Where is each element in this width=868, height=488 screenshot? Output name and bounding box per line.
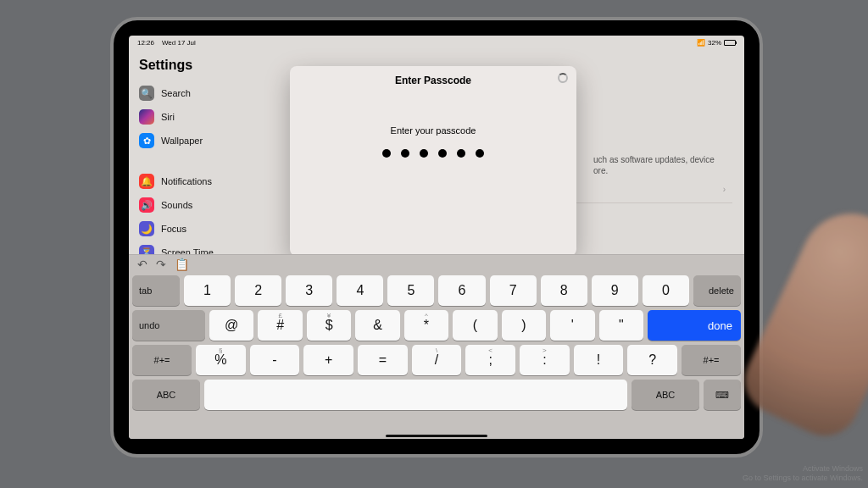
keyboard-toolbar: ↶ ↷ 📋 bbox=[129, 255, 744, 274]
key-bang[interactable]: ! bbox=[574, 345, 624, 375]
key-8[interactable]: 8 bbox=[541, 275, 587, 306]
modal-title: Enter Passcode bbox=[290, 75, 576, 86]
key-quote[interactable]: " bbox=[599, 310, 643, 341]
key-5[interactable]: 5 bbox=[387, 275, 434, 306]
sidebar-item-sounds[interactable]: 🔊 Sounds bbox=[134, 193, 291, 217]
windows-activation-watermark: Activate Windows Go to Settings to activ… bbox=[743, 464, 863, 483]
sidebar-item-siri[interactable]: Siri bbox=[134, 105, 291, 129]
focus-icon: 🌙 bbox=[139, 221, 154, 236]
sidebar-title: Settings bbox=[134, 54, 291, 81]
passcode-dot bbox=[382, 149, 391, 158]
key-delete[interactable]: delete bbox=[693, 275, 741, 306]
undo-icon[interactable]: ↶ bbox=[137, 258, 147, 271]
passcode-modal: Enter Passcode Enter your passcode bbox=[290, 66, 576, 256]
passcode-dot bbox=[457, 149, 465, 158]
key-6[interactable]: 6 bbox=[438, 275, 485, 306]
keyboard-dismiss-icon: ⌨ bbox=[715, 390, 729, 401]
key-star[interactable]: ^* bbox=[404, 310, 448, 341]
key-dollar[interactable]: ¥$ bbox=[307, 310, 351, 341]
key-at[interactable]: @ bbox=[209, 310, 253, 341]
key-slash[interactable]: \/ bbox=[412, 345, 462, 375]
home-indicator[interactable] bbox=[386, 435, 487, 437]
passcode-dot bbox=[401, 149, 409, 158]
modal-subtitle: Enter your passcode bbox=[290, 125, 576, 136]
key-hash[interactable]: £# bbox=[258, 310, 302, 341]
key-abc-left[interactable]: ABC bbox=[132, 380, 200, 410]
key-semicolon[interactable]: <; bbox=[465, 345, 515, 375]
search-icon: 🔍 bbox=[139, 86, 154, 101]
redo-icon[interactable]: ↷ bbox=[156, 258, 166, 271]
screen: 12:26 Wed 17 Jul 📶 32% Settings 🔍 Search bbox=[129, 36, 744, 439]
sidebar-item-label: Notifications bbox=[161, 176, 212, 186]
sidebar-item-label: Siri bbox=[161, 112, 175, 122]
passcode-dot bbox=[420, 149, 428, 158]
loading-spinner-icon bbox=[558, 73, 568, 83]
key-undo[interactable]: undo bbox=[132, 310, 205, 341]
sidebar-item-label: Focus bbox=[161, 224, 186, 234]
key-tab[interactable]: tab bbox=[132, 275, 180, 306]
key-space[interactable] bbox=[204, 380, 627, 410]
status-date: Wed 17 Jul bbox=[162, 39, 196, 47]
wallpaper-icon: ✿ bbox=[139, 133, 154, 148]
key-question[interactable]: ? bbox=[627, 345, 677, 375]
key-lparen[interactable]: ( bbox=[453, 310, 497, 341]
key-abc-right[interactable]: ABC bbox=[632, 380, 699, 410]
siri-icon bbox=[139, 109, 154, 125]
key-dismiss-keyboard[interactable]: ⌨ bbox=[704, 380, 741, 410]
passcode-dot bbox=[476, 149, 484, 158]
sidebar-item-wallpaper[interactable]: ✿ Wallpaper bbox=[134, 129, 291, 152]
key-2[interactable]: 2 bbox=[235, 275, 281, 306]
key-symbols-right[interactable]: #+= bbox=[682, 345, 741, 375]
ipad-frame: 12:26 Wed 17 Jul 📶 32% Settings 🔍 Search bbox=[110, 17, 763, 458]
sidebar-item-label: Wallpaper bbox=[161, 136, 203, 146]
battery-percent: 32% bbox=[708, 39, 721, 47]
key-equals[interactable]: = bbox=[358, 345, 408, 375]
onscreen-keyboard: ↶ ↷ 📋 tab 1 2 3 4 5 6 7 8 9 0 delete bbox=[129, 254, 744, 439]
sidebar-item-focus[interactable]: 🌙 Focus bbox=[134, 217, 291, 241]
key-minus[interactable]: - bbox=[250, 345, 300, 375]
status-right: 📶 32% bbox=[697, 39, 736, 47]
key-colon[interactable]: >: bbox=[520, 345, 570, 375]
sounds-icon: 🔊 bbox=[139, 197, 154, 213]
key-7[interactable]: 7 bbox=[490, 275, 537, 306]
key-9[interactable]: 9 bbox=[592, 275, 638, 306]
key-apos[interactable]: ' bbox=[550, 310, 594, 341]
clipboard-icon[interactable]: 📋 bbox=[175, 258, 189, 271]
status-left: 12:26 Wed 17 Jul bbox=[137, 39, 196, 47]
wifi-icon: 📶 bbox=[697, 39, 705, 47]
key-0[interactable]: 0 bbox=[643, 275, 689, 306]
passcode-dots bbox=[290, 149, 576, 158]
key-amp[interactable]: & bbox=[355, 310, 399, 341]
sidebar-item-notifications[interactable]: 🔔 Notifications bbox=[134, 169, 291, 193]
key-symbols-left[interactable]: #+= bbox=[132, 345, 192, 375]
sidebar-item-label: Sounds bbox=[161, 200, 192, 210]
sidebar-item-search[interactable]: 🔍 Search bbox=[134, 81, 291, 105]
status-time: 12:26 bbox=[137, 39, 154, 47]
key-percent[interactable]: §% bbox=[196, 345, 246, 375]
key-done[interactable]: done bbox=[648, 310, 741, 341]
key-rparen[interactable]: ) bbox=[502, 310, 546, 341]
key-4[interactable]: 4 bbox=[337, 275, 383, 306]
key-plus[interactable]: + bbox=[303, 345, 353, 375]
key-1[interactable]: 1 bbox=[184, 275, 231, 306]
detail-description-fragment: uch as software updates, device ore. bbox=[593, 154, 729, 176]
key-3[interactable]: 3 bbox=[286, 275, 332, 306]
sidebar-item-label: Search bbox=[161, 88, 191, 98]
status-bar: 12:26 Wed 17 Jul 📶 32% bbox=[129, 36, 744, 49]
battery-icon bbox=[724, 40, 736, 46]
chevron-right-icon: › bbox=[723, 185, 726, 194]
notifications-icon: 🔔 bbox=[139, 174, 154, 189]
passcode-dot bbox=[438, 149, 447, 158]
